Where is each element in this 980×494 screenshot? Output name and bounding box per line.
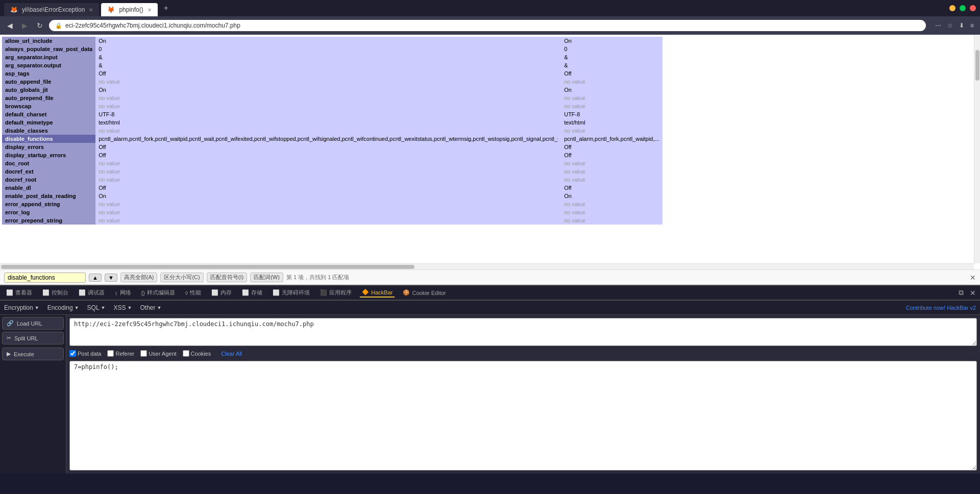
phpinfo-table: allow_url_includeOnOnalways_populate_raw… xyxy=(2,37,663,225)
user-agent-checkbox-label[interactable]: User Agent xyxy=(140,350,176,357)
scroll-thumb-y[interactable] xyxy=(975,50,979,81)
network-icon: ↕ xyxy=(115,290,118,296)
execute-icon: ▶ xyxy=(7,351,11,357)
forward-button[interactable]: ▶ xyxy=(19,20,31,31)
back-button[interactable]: ◀ xyxy=(4,20,16,31)
sql-menu[interactable]: SQL ▼ xyxy=(87,304,106,311)
restore-button[interactable] xyxy=(960,5,966,11)
apps-label: 应用程序 xyxy=(329,289,352,297)
tab2-close-btn[interactable]: ✕ xyxy=(148,7,152,13)
other-menu[interactable]: Other ▼ xyxy=(140,304,161,311)
inspector-icon: ⬜ xyxy=(6,289,13,296)
performance-label: 性能 xyxy=(190,289,201,297)
hackbar-panel: Encryption ▼ Encoding ▼ SQL ▼ XSS ▼ Othe… xyxy=(0,300,980,474)
post-data-checkbox-label[interactable]: Post data xyxy=(69,350,101,357)
console-icon: ⬜ xyxy=(42,289,50,296)
split-url-button[interactable]: ✂ Split URL xyxy=(2,332,64,344)
diacritic-button[interactable]: 匹配音符号(I) xyxy=(207,273,247,282)
devtools-tab-debugger[interactable]: ⬜ 调试器 xyxy=(77,288,107,298)
extensions-button[interactable]: ⋯ xyxy=(933,21,943,30)
devtools-tab-network[interactable]: ↕ 网络 xyxy=(113,288,133,298)
styles-icon: {} xyxy=(141,290,145,296)
bookmark-button[interactable]: ☆ xyxy=(945,21,955,30)
memory-icon: ⬜ xyxy=(211,289,218,296)
case-sensitive-button[interactable]: 区分大小写(C) xyxy=(160,273,203,282)
horizontal-scrollbar[interactable] xyxy=(0,263,974,269)
title-bar: 🦊 yii\base\ErrorException ✕ 🦊 phpinfo() … xyxy=(0,0,980,16)
menu-button[interactable]: ≡ xyxy=(968,21,976,30)
a11y-icon: ⬜ xyxy=(273,289,280,296)
close-button[interactable] xyxy=(970,5,976,11)
devtools-tab-cookie[interactable]: 🍪 Cookie Editor xyxy=(401,288,448,297)
styles-label: 样式编辑器 xyxy=(147,289,175,297)
highlight-all-button[interactable]: 高亮全部(A) xyxy=(120,273,158,282)
nav-extras: ⋯ ☆ ⬇ ≡ xyxy=(933,21,976,30)
post-data-checkbox[interactable] xyxy=(69,350,76,357)
storage-icon: ⬜ xyxy=(242,289,249,296)
word-match-button[interactable]: 匹配词(W) xyxy=(250,273,283,282)
devtools-tab-a11y[interactable]: ⬜ 无障碍环境 xyxy=(271,288,312,298)
hackbar-sidebar: 🔗 Load URL ✂ Split URL ▶ Execute xyxy=(0,315,66,474)
find-result: 第 1 项，共找到 1 匹配项 xyxy=(286,274,349,281)
minimize-button[interactable] xyxy=(949,5,955,11)
referer-checkbox-label[interactable]: Referer xyxy=(107,350,134,357)
devtools-tab-console[interactable]: ⬜ 控制台 xyxy=(40,288,70,298)
user-agent-label-text: User Agent xyxy=(149,351,176,357)
cookies-checkbox[interactable] xyxy=(183,350,189,357)
encryption-chevron: ▼ xyxy=(35,305,39,310)
devtools-bar: ⬜ 查看器 ⬜ 控制台 ⬜ 调试器 ↕ 网络 {} 样式编辑器 ◊ 性能 ⬜ 内… xyxy=(0,285,980,300)
storage-label: 存储 xyxy=(251,289,262,297)
referer-checkbox[interactable] xyxy=(107,350,114,357)
url-bar[interactable]: 🔒 eci-2zefc95c45rhgwhc7bmj.cloudeci1.ich… xyxy=(49,20,926,31)
new-tab-button[interactable]: + xyxy=(160,4,173,13)
network-label: 网络 xyxy=(120,289,131,297)
post-data-input[interactable]: 7=phpinfo(); xyxy=(69,361,977,471)
devtools-tab-inspector[interactable]: ⬜ 查看器 xyxy=(4,288,34,298)
devtools-tab-hackbar[interactable]: 🔶 HackBar xyxy=(360,288,395,298)
find-prev-button[interactable]: ▲ xyxy=(89,274,102,282)
contribute-link[interactable]: Contribute now! HackBar v2 xyxy=(906,305,976,311)
tab-label: yii\base\ErrorException xyxy=(22,6,85,13)
tab-close-btn[interactable]: ✕ xyxy=(89,7,93,13)
find-next-button[interactable]: ▼ xyxy=(105,274,117,282)
devtools-tab-memory[interactable]: ⬜ 内存 xyxy=(209,288,234,298)
xss-menu[interactable]: XSS ▼ xyxy=(114,304,132,311)
download-button[interactable]: ⬇ xyxy=(957,21,966,30)
nav-bar: ◀ ▶ ↻ 🔒 eci-2zefc95c45rhgwhc7bmj.cloudec… xyxy=(0,16,980,35)
encoding-menu[interactable]: Encoding ▼ xyxy=(47,304,79,311)
hackbar-label: HackBar xyxy=(371,289,393,295)
refresh-button[interactable]: ↻ xyxy=(34,20,46,31)
devtools-tab-performance[interactable]: ◊ 性能 xyxy=(183,288,203,298)
clear-all-button[interactable]: Clear All xyxy=(221,351,242,357)
url-display: eci-2zefc95c45rhgwhc7bmj.cloudeci1.ichun… xyxy=(65,22,920,29)
devtools-tab-storage[interactable]: ⬜ 存储 xyxy=(240,288,264,298)
load-url-button[interactable]: 🔗 Load URL xyxy=(2,317,64,330)
encryption-menu[interactable]: Encryption ▼ xyxy=(4,304,39,311)
console-label: 控制台 xyxy=(52,289,68,297)
devtools-resize-button[interactable]: ⧉ xyxy=(959,288,964,297)
url-input[interactable]: http://eci-2zefc95c45rhgwhc7bmj.cloudeci… xyxy=(69,318,977,346)
hackbar-icon: 🔶 xyxy=(362,289,369,295)
hackbar-main: http://eci-2zefc95c45rhgwhc7bmj.cloudeci… xyxy=(66,315,980,474)
find-input[interactable] xyxy=(4,273,86,283)
devtools-tab-apps[interactable]: ⬛ 应用程序 xyxy=(318,288,354,298)
tab-error-exception[interactable]: 🦊 yii\base\ErrorException ✕ xyxy=(4,3,99,16)
apps-icon: ⬛ xyxy=(320,289,327,296)
tab-phpinfo[interactable]: 🦊 phpinfo() ✕ xyxy=(101,3,157,16)
user-agent-checkbox[interactable] xyxy=(140,350,147,357)
split-url-label: Split URL xyxy=(14,335,38,341)
cookie-label: Cookie Editor xyxy=(412,290,446,296)
debugger-label: 调试器 xyxy=(88,289,105,297)
scroll-thumb-x[interactable] xyxy=(1,265,414,269)
referer-label-text: Referer xyxy=(115,351,134,357)
execute-button[interactable]: ▶ Execute xyxy=(2,348,64,360)
devtools-close-button[interactable]: ✕ xyxy=(970,289,976,297)
devtools-tab-styles[interactable]: {} 样式编辑器 xyxy=(139,288,177,298)
browser-chrome: 🦊 yii\base\ErrorException ✕ 🦊 phpinfo() … xyxy=(0,0,980,35)
cookies-checkbox-label[interactable]: Cookies xyxy=(183,350,211,357)
find-bar: ▲ ▼ 高亮全部(A) 区分大小写(C) 匹配音符号(I) 匹配词(W) 第 1… xyxy=(0,269,980,285)
find-close-button[interactable]: ✕ xyxy=(970,274,976,282)
inspector-label: 查看器 xyxy=(15,289,32,297)
memory-label: 内存 xyxy=(220,289,232,297)
vertical-scrollbar[interactable] xyxy=(974,35,980,263)
